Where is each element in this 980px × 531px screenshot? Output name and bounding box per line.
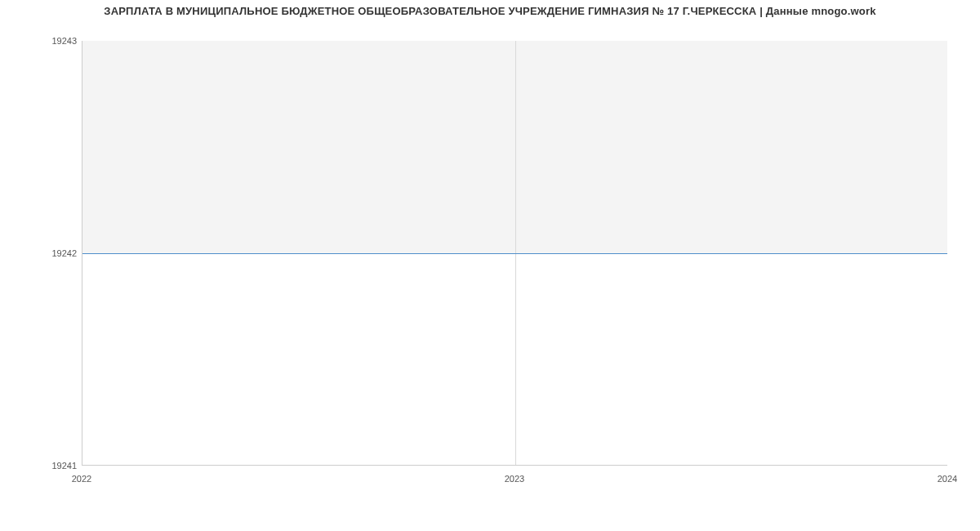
x-tick-label: 2022 xyxy=(49,474,114,484)
x-tick-label: 2023 xyxy=(482,474,547,484)
x-tick-label: 2024 xyxy=(915,474,980,484)
y-tick-label: 19243 xyxy=(3,36,77,46)
plot-area xyxy=(82,41,947,466)
chart-title: ЗАРПЛАТА В МУНИЦИПАЛЬНОЕ БЮДЖЕТНОЕ ОБЩЕО… xyxy=(0,5,980,17)
y-tick-label: 19241 xyxy=(3,461,77,471)
y-tick-label: 19242 xyxy=(3,248,77,258)
chart-container: ЗАРПЛАТА В МУНИЦИПАЛЬНОЕ БЮДЖЕТНОЕ ОБЩЕО… xyxy=(0,0,980,531)
series-line xyxy=(82,253,947,254)
